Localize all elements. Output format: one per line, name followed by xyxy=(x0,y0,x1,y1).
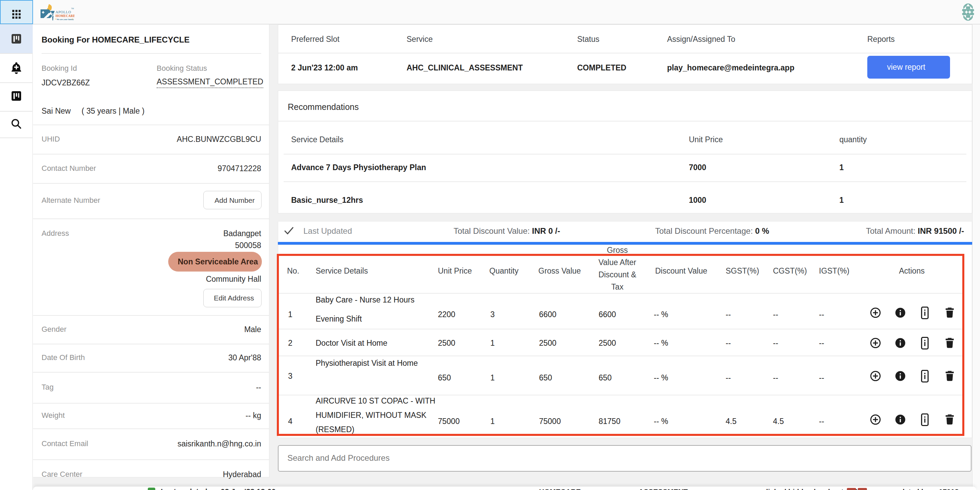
svg-text:TM: TM xyxy=(71,8,74,10)
svg-text:We are your family: We are your family xyxy=(57,18,74,21)
svg-text:APOLLO: APOLLO xyxy=(56,10,71,14)
svg-text:HOMECARE: HOMECARE xyxy=(56,14,75,18)
